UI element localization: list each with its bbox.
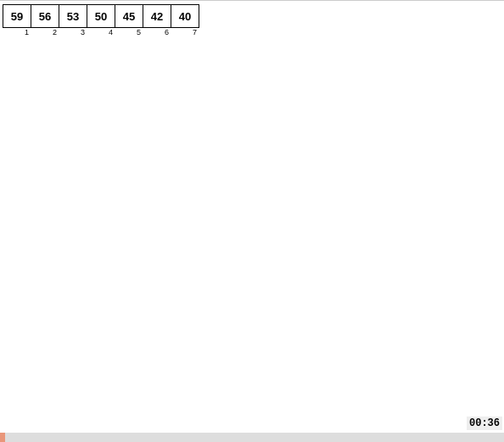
index-label: 5 xyxy=(115,28,143,36)
cell[interactable]: 59 xyxy=(3,4,31,28)
index-label: 3 xyxy=(59,28,87,36)
index-label: 1 xyxy=(3,28,31,36)
index-label: 7 xyxy=(171,28,199,36)
index-label: 2 xyxy=(31,28,59,36)
index-label: 4 xyxy=(87,28,115,36)
cell[interactable]: 50 xyxy=(87,4,115,28)
cell[interactable]: 45 xyxy=(115,4,143,28)
index-row: 1 2 3 4 5 6 7 xyxy=(3,28,199,36)
index-label: 6 xyxy=(143,28,171,36)
cell[interactable]: 42 xyxy=(143,4,171,28)
progress-bar[interactable] xyxy=(0,433,504,442)
cell[interactable]: 53 xyxy=(59,4,87,28)
progress-fill xyxy=(0,433,5,442)
top-border xyxy=(0,0,504,1)
timer-display: 00:36 xyxy=(467,417,502,430)
cell[interactable]: 56 xyxy=(31,4,59,28)
cell[interactable]: 40 xyxy=(171,4,199,28)
value-row: 59 56 53 50 45 42 40 xyxy=(3,4,199,28)
